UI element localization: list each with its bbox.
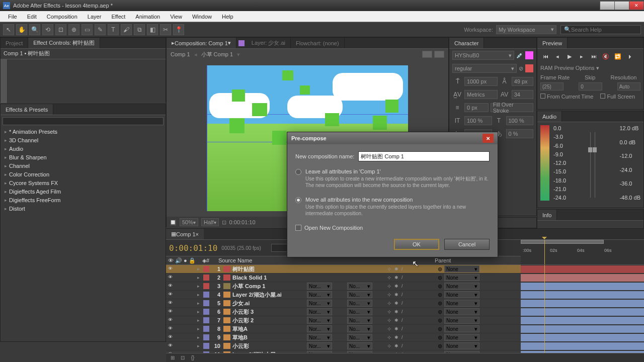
trkmat-dropdown[interactable]: No... ▾ (347, 300, 372, 307)
blend-mode-dropdown[interactable]: Nor... ▾ (307, 308, 332, 315)
menu-view[interactable]: View (165, 14, 187, 20)
audio-slider-right[interactable] (595, 132, 595, 198)
effect-controls-tab[interactable]: Effect Controls: 树叶贴图 (28, 38, 100, 48)
fx-switch-icon[interactable]: ✱ (394, 284, 400, 289)
toggle-modes-icon[interactable]: ⊡ (179, 354, 186, 361)
breadcrumb-comp[interactable]: Comp 1 (171, 51, 190, 57)
panbehind-tool-icon[interactable]: ⊕ (68, 24, 79, 35)
new-comp-name-input[interactable] (358, 151, 490, 161)
fx-switch-icon[interactable]: ✱ (394, 318, 400, 323)
layer-name[interactable]: 树叶贴图 (231, 265, 307, 273)
twirl-icon[interactable]: ▸ (195, 326, 201, 331)
timeline-layer-row[interactable]: 👁▸7小云彩 2Nor... ▾No... ▾⊹✱/⊚None ▾ (166, 316, 521, 325)
res-dropdown[interactable]: Half ▾ (201, 218, 219, 226)
clone-tool-icon[interactable]: ⧉ (134, 24, 145, 35)
twirl-icon[interactable]: ▸ (195, 301, 201, 306)
motion-blur-icon[interactable]: / (401, 284, 408, 289)
timeline-layer-row[interactable]: 👁▸4Layer 2/湖边小屋.aiNor... ▾No... ▾⊹✱/⊚Non… (166, 291, 521, 299)
effects-presets-tab[interactable]: Effects & Presets (1, 104, 53, 115)
project-tab[interactable]: Project (1, 38, 28, 48)
grid-icon[interactable] (422, 51, 432, 58)
pickwhip-icon[interactable]: ⊚ (438, 266, 442, 273)
fx-switch-icon[interactable]: ✱ (394, 275, 400, 280)
pickwhip-icon[interactable]: ⊚ (438, 326, 442, 332)
motion-blur-icon[interactable]: / (401, 318, 408, 323)
parent-dropdown[interactable]: None ▾ (444, 283, 479, 290)
layer-tab[interactable]: Layer: 少女.ai (247, 38, 291, 48)
source-name-header[interactable]: Source Name (216, 256, 302, 264)
trkmat-dropdown[interactable]: No... ▾ (347, 325, 372, 332)
zoom-tool-icon[interactable]: 🔍 (29, 24, 40, 35)
trkmat-dropdown[interactable]: No... ▾ (347, 308, 372, 315)
switch-icon[interactable]: ⊹ (387, 318, 393, 323)
twirl-icon[interactable]: ▸ (195, 292, 201, 297)
motion-blur-icon[interactable]: / (401, 292, 408, 297)
layer-name[interactable]: 小云彩 2 (231, 317, 307, 324)
audio-slider-left[interactable] (590, 132, 591, 198)
timeline-layer-row[interactable]: 👁▸1树叶贴图⊹✱/⊚None ▾ (166, 265, 521, 274)
tsume-input[interactable]: 0 % (506, 129, 534, 138)
cti-line[interactable] (544, 265, 545, 353)
trkmat-dropdown[interactable]: No... ▾ (347, 291, 372, 298)
checkbox-open-new[interactable] (295, 225, 301, 231)
twirl-icon[interactable]: ▸ (195, 284, 201, 289)
parent-dropdown[interactable]: None ▾ (444, 265, 479, 273)
resolution-dropdown[interactable]: Auto (617, 82, 640, 90)
next-frame-icon[interactable]: ▸ (577, 52, 587, 61)
vscale-input[interactable]: 100 % (464, 116, 492, 125)
zoom-dropdown[interactable]: 50% ▾ (180, 218, 198, 226)
timeline-layer-row[interactable]: 👁▸2Black Solid 1⊹✱/⊚None ▾ (166, 274, 521, 282)
text-tool-icon[interactable]: T (108, 24, 119, 35)
fx-switch-icon[interactable]: ✱ (394, 301, 400, 306)
timeline-ruler[interactable]: :00s 02s 04s 06s (521, 240, 644, 265)
comp-time[interactable]: 0:00:01:10 (229, 219, 256, 225)
fx-switch-icon[interactable]: ✱ (394, 343, 400, 348)
layer-color-swatch[interactable] (203, 326, 209, 332)
eye-icon[interactable]: 👁 (168, 275, 173, 281)
blend-mode-dropdown[interactable]: Nor... ▾ (307, 317, 332, 324)
maximize-button[interactable]: □ (614, 1, 629, 10)
switch-icon[interactable]: ⊹ (387, 275, 393, 280)
eyedropper-icon[interactable]: 💉 (516, 52, 523, 59)
layer-name[interactable]: 少女.ai (231, 300, 307, 307)
camera-tool-icon[interactable]: ⊡ (55, 24, 66, 35)
rotate-tool-icon[interactable]: ⟲ (42, 24, 53, 35)
twirl-icon[interactable]: ▸ (195, 335, 201, 340)
style-dropdown[interactable]: regular▾ (452, 64, 517, 73)
ep-item[interactable]: 3D Channel (1, 136, 166, 144)
switch-icon[interactable]: ⊹ (387, 284, 393, 289)
trkmat-dropdown[interactable]: No... ▾ (347, 283, 372, 290)
timeline-layer-row[interactable]: 👁▸10小云彩Nor... ▾No... ▾⊹✱/⊚None ▾ (166, 342, 521, 350)
eraser-tool-icon[interactable]: ◧ (147, 24, 158, 35)
audio-tab[interactable]: Audio (537, 111, 562, 122)
ep-item[interactable]: Channel (1, 161, 166, 170)
cancel-button[interactable]: Cancel (444, 239, 490, 250)
layer-color-swatch[interactable] (203, 266, 209, 272)
layer-name[interactable]: 草地B (231, 334, 307, 341)
first-frame-icon[interactable]: ⏮ (540, 52, 550, 61)
parent-dropdown[interactable]: None ▾ (444, 291, 479, 298)
leading-input[interactable]: 49 px (512, 77, 533, 86)
layer-bar[interactable] (521, 283, 644, 290)
ep-item[interactable]: * Animation Presets (1, 127, 166, 136)
minimize-button[interactable]: ─ (600, 1, 615, 10)
twirl-icon[interactable]: ▸ (195, 318, 201, 323)
parent-dropdown[interactable]: None ▾ (444, 308, 479, 315)
solo-column-icon[interactable]: ● (184, 257, 187, 263)
motion-blur-icon[interactable]: / (401, 275, 408, 280)
layer-name[interactable]: 小云彩 3 (231, 308, 307, 316)
effects-search-input[interactable] (3, 117, 164, 125)
layer-name[interactable]: Layer 2/湖边小屋.ai (231, 291, 307, 299)
layer-bar[interactable] (521, 334, 644, 341)
stroke-width-input[interactable]: 0 px (464, 103, 489, 112)
motion-blur-icon[interactable]: / (401, 309, 408, 314)
switch-icon[interactable]: ⊹ (387, 326, 393, 331)
effects-presets-list[interactable]: * Animation Presets 3D Channel Audio Blu… (1, 127, 166, 341)
blend-mode-dropdown[interactable]: Nor... ▾ (307, 342, 332, 349)
fx-switch-icon[interactable]: ✱ (394, 309, 400, 314)
switch-icon[interactable]: ⊹ (387, 301, 393, 306)
fill-swatch[interactable] (525, 51, 533, 59)
character-tab[interactable]: Character (449, 38, 484, 48)
work-area-bar[interactable] (521, 240, 604, 244)
eye-icon[interactable]: 👁 (168, 343, 173, 349)
